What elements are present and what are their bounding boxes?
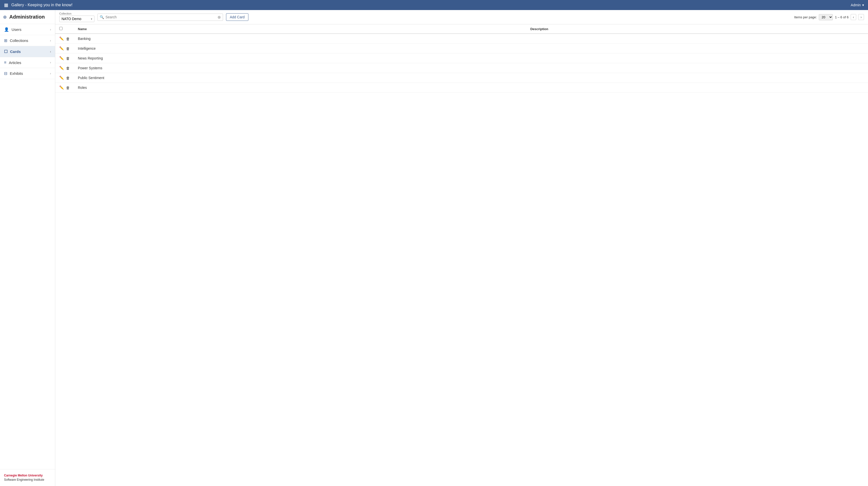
add-card-button[interactable]: Add Card: [226, 13, 248, 21]
header-checkbox-cell: [55, 24, 74, 34]
delete-icon[interactable]: 🗑: [66, 86, 70, 90]
search-input[interactable]: [105, 15, 217, 19]
delete-icon[interactable]: 🗑: [66, 37, 70, 41]
edit-icon[interactable]: ✏️: [59, 46, 64, 51]
row-actions: ✏️ 🗑: [59, 46, 70, 51]
page-count: 1 – 6 of 6: [835, 15, 848, 19]
app-body: ⊗ Administration 👤 Users › ⊞ Collections…: [0, 10, 868, 486]
column-header-name: Name: [74, 24, 526, 34]
main-content: Collection NATO Demo ▾ 🔍 ⊗ Add Card Item…: [55, 10, 868, 486]
delete-icon[interactable]: 🗑: [66, 56, 70, 61]
sidebar-header: ⊗ Administration: [0, 10, 55, 24]
sidebar-label-collections: Collections: [10, 38, 28, 43]
data-table: Name Description ✏️ 🗑 Banking ✏️ 🗑: [55, 24, 868, 93]
admin-label: Admin: [851, 3, 861, 7]
chevron-right-icon-collections: ›: [50, 39, 51, 42]
sidebar-footer: Carnegie Mellon University Software Engi…: [0, 469, 55, 486]
sei-name: Software Engineering Institute: [4, 478, 51, 482]
row-description: [526, 83, 868, 93]
collection-select-wrapper[interactable]: NATO Demo ▾: [59, 15, 94, 22]
select-all-checkbox[interactable]: [59, 27, 63, 30]
row-description: [526, 44, 868, 54]
collection-label: Collection: [59, 12, 94, 15]
chevron-right-icon-cards: ›: [50, 50, 51, 54]
admin-menu[interactable]: Admin ▾: [851, 3, 864, 7]
table-row: ✏️ 🗑 Public Sentiment: [55, 73, 868, 83]
row-name: Banking: [74, 34, 526, 44]
row-checkbox-cell: ✏️ 🗑: [55, 34, 74, 44]
sidebar-item-articles[interactable]: ≡ Articles ›: [0, 57, 55, 68]
row-description: [526, 54, 868, 63]
sidebar-label-cards: Cards: [10, 50, 21, 54]
row-checkbox-cell: ✏️ 🗑: [55, 73, 74, 83]
sidebar-item-left-cards: ☐ Cards: [4, 49, 21, 54]
app-title: Gallery - Keeping you in the know!: [11, 3, 72, 7]
select-arrow-icon: ▾: [91, 18, 92, 20]
edit-icon[interactable]: ✏️: [59, 66, 64, 70]
row-actions: ✏️ 🗑: [59, 36, 70, 41]
row-description: [526, 34, 868, 44]
delete-icon[interactable]: 🗑: [66, 76, 70, 80]
edit-icon[interactable]: ✏️: [59, 56, 64, 61]
row-name: Roles: [74, 83, 526, 93]
table-container: Name Description ✏️ 🗑 Banking ✏️ 🗑: [55, 24, 868, 486]
sidebar-item-users[interactable]: 👤 Users ›: [0, 24, 55, 35]
cmu-name: Carnegie Mellon University: [4, 474, 51, 478]
table-head: Name Description: [55, 24, 868, 34]
search-clear-icon[interactable]: ⊗: [217, 15, 221, 20]
collection-select[interactable]: NATO Demo: [62, 17, 91, 21]
row-name: Intelligence: [74, 44, 526, 54]
sidebar-close-icon[interactable]: ⊗: [3, 14, 7, 20]
exhibits-icon: ⊟: [4, 71, 7, 76]
table-row: ✏️ 🗑 Intelligence: [55, 44, 868, 54]
sidebar-item-left-collections: ⊞ Collections: [4, 38, 28, 43]
delete-icon[interactable]: 🗑: [66, 46, 70, 51]
row-checkbox-cell: ✏️ 🗑: [55, 54, 74, 63]
items-per-page-select[interactable]: 10 20 50 100: [819, 14, 833, 20]
row-checkbox-cell: ✏️ 🗑: [55, 44, 74, 54]
top-header: ▦ Gallery - Keeping you in the know! Adm…: [0, 0, 868, 10]
table-row: ✏️ 🗑 Banking: [55, 34, 868, 44]
table-header-row: Name Description: [55, 24, 868, 34]
app-icon[interactable]: ▦: [4, 2, 8, 8]
sidebar-item-left-exhibits: ⊟ Exhibits: [4, 71, 23, 76]
table-body: ✏️ 🗑 Banking ✏️ 🗑 Intelligence ✏️ 🗑: [55, 34, 868, 93]
sidebar-item-left-articles: ≡ Articles: [4, 60, 21, 65]
sidebar-label-exhibits: Exhibits: [10, 71, 23, 75]
chevron-right-icon-exhibits: ›: [50, 72, 51, 75]
table-row: ✏️ 🗑 News Reporting: [55, 54, 868, 63]
sidebar-item-left-users: 👤 Users: [4, 27, 21, 32]
edit-icon[interactable]: ✏️: [59, 36, 64, 41]
header-left: ▦ Gallery - Keeping you in the know!: [4, 2, 72, 8]
articles-icon: ≡: [4, 60, 6, 65]
next-page-button[interactable]: ›: [858, 14, 864, 20]
table-row: ✏️ 🗑 Power Systems: [55, 63, 868, 73]
sidebar-item-cards[interactable]: ☐ Cards ›: [0, 46, 55, 57]
row-actions: ✏️ 🗑: [59, 66, 70, 70]
pagination-info: Items per page: 10 20 50 100 1 – 6 of 6 …: [794, 14, 864, 20]
row-actions: ✏️ 🗑: [59, 75, 70, 80]
toolbar: Collection NATO Demo ▾ 🔍 ⊗ Add Card Item…: [55, 10, 868, 24]
edit-icon[interactable]: ✏️: [59, 75, 64, 80]
collections-icon: ⊞: [4, 38, 7, 43]
collection-group: Collection NATO Demo ▾: [59, 12, 94, 22]
search-wrapper: 🔍 ⊗: [97, 13, 223, 21]
delete-icon[interactable]: 🗑: [66, 66, 70, 70]
sidebar-label-users: Users: [11, 27, 21, 32]
row-description: [526, 63, 868, 73]
sidebar-item-exhibits[interactable]: ⊟ Exhibits ›: [0, 68, 55, 79]
row-name: Power Systems: [74, 63, 526, 73]
chevron-right-icon: ›: [50, 28, 51, 31]
prev-page-button[interactable]: ‹: [851, 14, 857, 20]
sidebar-nav: 👤 Users › ⊞ Collections › ☐ Cards ›: [0, 24, 55, 469]
sidebar-item-collections[interactable]: ⊞ Collections ›: [0, 35, 55, 46]
edit-icon[interactable]: ✏️: [59, 85, 64, 90]
table-row: ✏️ 🗑 Roles: [55, 83, 868, 93]
row-actions: ✏️ 🗑: [59, 85, 70, 90]
row-actions: ✏️ 🗑: [59, 56, 70, 61]
row-name: Public Sentiment: [74, 73, 526, 83]
admin-arrow-icon: ▾: [862, 3, 864, 7]
row-name: News Reporting: [74, 54, 526, 63]
column-header-description: Description: [526, 24, 868, 34]
sidebar-label-articles: Articles: [9, 61, 21, 65]
